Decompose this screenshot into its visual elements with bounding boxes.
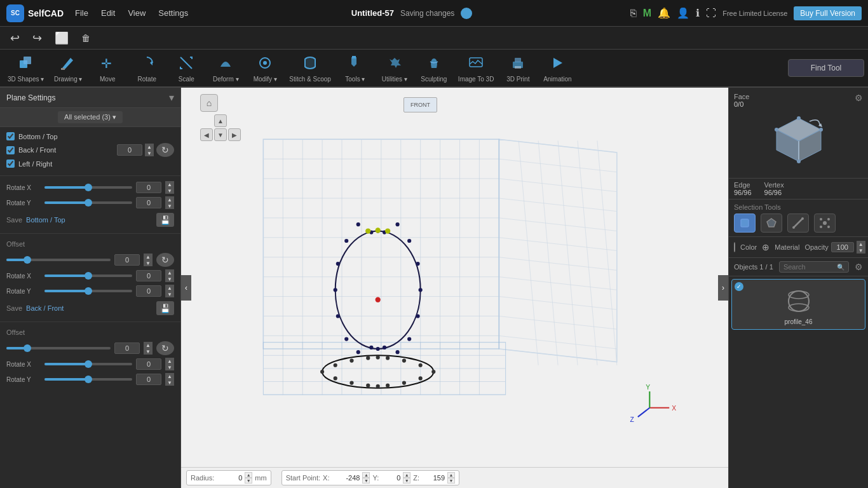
plane-bottom-top-checkbox[interactable] xyxy=(6,132,15,140)
x-input[interactable] xyxy=(332,474,360,482)
tool-animation[interactable]: Animation xyxy=(538,51,576,86)
offset-cycle-2[interactable]: ↻ xyxy=(156,253,174,267)
sel-edge-btn[interactable] xyxy=(787,214,809,233)
rotate-x-spin-up-2[interactable]: ▲ xyxy=(165,269,174,276)
tool-3d-shapes[interactable]: 3D Shapes ▾ xyxy=(4,51,48,86)
rotate-y-spin-up-2[interactable]: ▲ xyxy=(165,285,174,291)
save-button-1[interactable]: 💾 xyxy=(156,213,174,227)
color-swatch[interactable] xyxy=(734,242,735,252)
objects-settings-btn[interactable]: ⚙ xyxy=(855,262,863,272)
nav-up-button[interactable]: ▲ xyxy=(214,114,227,127)
info-icon[interactable]: ℹ xyxy=(696,7,700,19)
rotate-y-input-2[interactable] xyxy=(136,285,161,297)
rotate-x-spin-down-1[interactable]: ▼ xyxy=(165,187,174,194)
plane-back-front-cycle[interactable]: ↻ xyxy=(156,143,174,157)
tool-3d-print[interactable]: 3D Print xyxy=(499,51,537,86)
rotate-y-track-3[interactable] xyxy=(44,378,132,381)
plane-left-right-checkbox[interactable] xyxy=(6,159,15,168)
rotate-x-input-2[interactable] xyxy=(136,270,161,281)
rotate-x-spin-down-3[interactable]: ▼ xyxy=(165,364,174,370)
nav-left-button[interactable]: ◀ xyxy=(200,128,213,141)
sel-vertex-btn[interactable] xyxy=(814,214,836,233)
tool-rotate[interactable]: Rotate xyxy=(128,51,166,86)
radius-spin-down[interactable]: ▼ xyxy=(245,478,252,484)
offset-spin-down-3[interactable]: ▼ xyxy=(144,348,153,355)
opacity-spin-down[interactable]: ▼ xyxy=(857,247,865,254)
user-icon[interactable]: 👤 xyxy=(677,7,689,19)
z-spin-up[interactable]: ▲ xyxy=(447,472,455,478)
offset-cycle-3[interactable]: ↻ xyxy=(156,341,174,355)
sel-face-btn[interactable] xyxy=(761,214,782,233)
y-spin-up[interactable]: ▲ xyxy=(403,472,410,478)
plane-back-front-spin-up[interactable]: ▲ xyxy=(145,144,154,150)
offset-spin-down-2[interactable]: ▼ xyxy=(144,260,153,266)
buy-button[interactable]: Buy Full Version xyxy=(794,6,862,20)
plane-back-front-spin-down[interactable]: ▼ xyxy=(145,150,154,156)
tool-modify[interactable]: Modify ▾ xyxy=(246,51,284,86)
rotate-y-spin-up-1[interactable]: ▲ xyxy=(165,196,174,203)
tool-image-to-3d[interactable]: Image To 3D xyxy=(454,51,498,86)
undo-button[interactable]: ↩ xyxy=(6,30,24,46)
y-spin-down[interactable]: ▼ xyxy=(403,478,410,484)
maximize-button[interactable]: ⬜ xyxy=(51,30,72,46)
rotate-y-track-1[interactable] xyxy=(44,201,132,204)
delete-button[interactable]: 🗑 xyxy=(78,32,94,44)
rotate-x-input-1[interactable] xyxy=(136,182,161,193)
rotate-y-spin-up-3[interactable]: ▲ xyxy=(165,373,174,379)
tool-stitch-scoop[interactable]: Stitch & Scoop xyxy=(285,51,335,86)
fullscreen-icon[interactable]: ⛶ xyxy=(706,8,716,19)
rotate-x-input-3[interactable] xyxy=(136,358,161,370)
redo-button[interactable]: ↪ xyxy=(29,30,46,46)
radius-input[interactable] xyxy=(217,474,242,482)
rotate-y-input-1[interactable] xyxy=(136,197,161,208)
x-spin-down[interactable]: ▼ xyxy=(362,478,370,484)
menu-file[interactable]: File xyxy=(70,6,93,20)
tool-tools[interactable]: Tools ▾ xyxy=(336,51,374,86)
offset-input-2[interactable] xyxy=(114,254,140,266)
canvas-area[interactable]: ‹ › ⌂ ▲ ◀ ▼ ▶ FRONT xyxy=(181,88,728,488)
nav-right-button[interactable]: ▶ xyxy=(228,128,241,141)
y-input[interactable] xyxy=(381,474,400,482)
tool-sculpting[interactable]: Sculpting xyxy=(415,51,453,86)
plane-back-front-checkbox[interactable] xyxy=(6,146,15,154)
rotate-x-spin-up-3[interactable]: ▲ xyxy=(165,358,174,364)
menu-settings[interactable]: Settings xyxy=(153,6,193,20)
offset-track-2[interactable] xyxy=(6,259,111,261)
nav-down-button[interactable]: ▼ xyxy=(214,128,227,141)
material-icon[interactable]: ⊕ xyxy=(762,242,770,252)
canvas-nav-right[interactable]: › xyxy=(718,275,728,301)
rotate-y-input-3[interactable] xyxy=(136,374,161,385)
rotate-x-track-1[interactable] xyxy=(44,186,132,189)
tool-deform[interactable]: Deform ▾ xyxy=(207,51,245,86)
opacity-input[interactable] xyxy=(831,242,854,252)
menu-edit[interactable]: Edit xyxy=(96,6,120,20)
x-spin-up[interactable]: ▲ xyxy=(362,472,370,478)
rotate-y-spin-down-1[interactable]: ▼ xyxy=(165,203,174,209)
find-tool-button[interactable]: Find Tool xyxy=(788,59,864,77)
rotate-x-track-3[interactable] xyxy=(44,363,132,365)
notification-icon[interactable]: 🔔 xyxy=(658,7,670,19)
rotate-x-spin-down-2[interactable]: ▼ xyxy=(165,276,174,282)
rotate-x-spin-up-1[interactable]: ▲ xyxy=(165,181,174,187)
opacity-spin-up[interactable]: ▲ xyxy=(857,241,865,247)
panel-collapse-icon[interactable]: ▾ xyxy=(169,92,174,104)
tool-utilities[interactable]: Utilities ▾ xyxy=(376,51,414,86)
rotate-x-track-2[interactable] xyxy=(44,274,132,277)
tool-drawing[interactable]: Drawing ▾ xyxy=(49,51,87,86)
home-button[interactable]: ⌂ xyxy=(200,94,218,112)
search-input[interactable] xyxy=(783,263,834,271)
offset-spin-up-2[interactable]: ▲ xyxy=(144,254,153,260)
all-selected-button[interactable]: All selected (3) ▾ xyxy=(58,111,123,123)
tool-scale[interactable]: Scale xyxy=(167,51,205,86)
z-spin-down[interactable]: ▼ xyxy=(447,478,455,484)
offset-track-3[interactable] xyxy=(6,347,111,349)
settings-button[interactable]: ⚙ xyxy=(855,93,863,103)
rotate-y-track-2[interactable] xyxy=(44,290,132,292)
save-button-2[interactable]: 💾 xyxy=(156,301,174,315)
search-icon-btn[interactable]: 🔍 xyxy=(837,264,844,271)
rotate-y-spin-down-2[interactable]: ▼ xyxy=(165,291,174,297)
sel-object-btn[interactable] xyxy=(734,214,756,233)
canvas-nav-left[interactable]: ‹ xyxy=(181,275,191,301)
menu-view[interactable]: View xyxy=(123,6,151,20)
z-input[interactable] xyxy=(422,474,445,482)
